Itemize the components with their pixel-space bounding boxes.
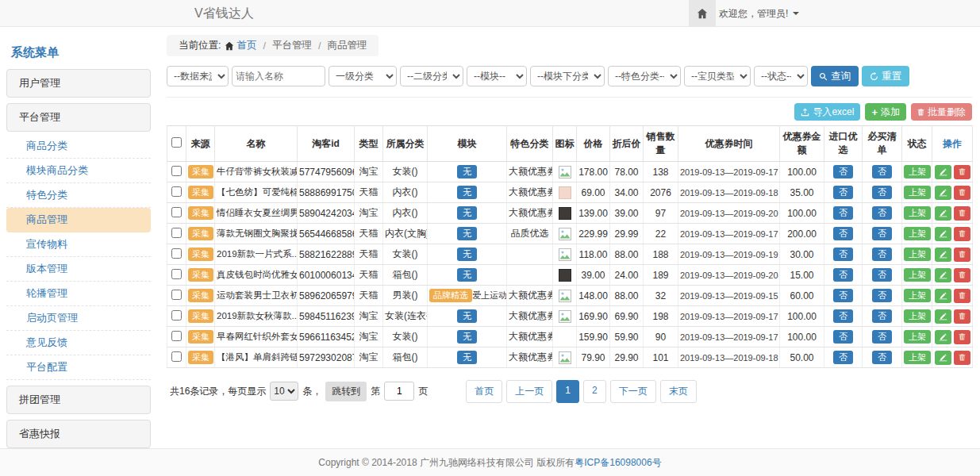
edit-button[interactable] (935, 309, 951, 324)
must-buy-toggle[interactable]: 否 (872, 165, 892, 178)
sidebar-item-启动页管理[interactable]: 启动页管理 (6, 306, 151, 331)
delete-button[interactable] (954, 309, 970, 324)
edit-button[interactable] (935, 206, 951, 221)
delete-button[interactable] (954, 248, 970, 262)
row-checkbox[interactable] (171, 351, 182, 362)
module-badge[interactable]: 无 (457, 165, 477, 178)
sidebar-item-特色分类[interactable]: 特色分类 (6, 183, 151, 208)
page-button-首页[interactable]: 首页 (466, 380, 502, 403)
status-badge[interactable]: 上架 (904, 330, 931, 344)
delete-button[interactable] (954, 186, 970, 200)
category-level1-filter-select[interactable]: 一级分类 (329, 66, 397, 86)
module-badge[interactable]: 无 (457, 330, 477, 344)
module-badge[interactable]: 无 (457, 186, 477, 199)
module-badge[interactable]: 无 (457, 309, 477, 323)
delete-button[interactable] (954, 289, 970, 303)
sidebar-item-宣传物料[interactable]: 宣传物料 (6, 232, 151, 257)
import-pick-toggle[interactable]: 否 (833, 330, 853, 344)
must-buy-toggle[interactable]: 否 (872, 227, 892, 240)
breadcrumb-home-link[interactable]: 首页 (225, 39, 256, 52)
status-badge[interactable]: 上架 (904, 268, 931, 282)
delete-button[interactable] (954, 206, 970, 221)
page-button-末页[interactable]: 末页 (660, 380, 697, 403)
search-button[interactable]: 查询 (811, 66, 859, 86)
edit-button[interactable] (935, 186, 951, 200)
delete-button[interactable] (954, 165, 970, 179)
page-button-下一页[interactable]: 下一页 (610, 380, 656, 403)
page-button-2[interactable]: 2 (583, 380, 606, 403)
sidebar-item-模块商品分类[interactable]: 模块商品分类 (6, 159, 151, 183)
sidebar-item-轮播管理[interactable]: 轮播管理 (6, 282, 151, 306)
edit-button[interactable] (935, 227, 951, 241)
row-checkbox[interactable] (171, 186, 182, 197)
row-checkbox[interactable] (171, 290, 182, 300)
reset-button[interactable]: 重置 (862, 66, 909, 86)
must-buy-toggle[interactable]: 否 (872, 186, 892, 199)
edit-button[interactable] (935, 268, 951, 282)
sidebar-item-版本管理[interactable]: 版本管理 (6, 257, 151, 282)
status-badge[interactable]: 上架 (904, 289, 931, 302)
module-badge[interactable]: 无 (457, 351, 477, 364)
sidebar-group-express[interactable]: 省惠快报 (6, 420, 151, 448)
module-badge[interactable]: 无 (457, 227, 477, 240)
status-badge[interactable]: 上架 (904, 351, 931, 364)
select-all-checkbox[interactable] (171, 137, 182, 148)
feature-category-filter-select[interactable]: --特色分类-- (608, 66, 681, 86)
edit-button[interactable] (935, 289, 951, 303)
import-pick-toggle[interactable]: 否 (833, 165, 853, 178)
status-badge[interactable]: 上架 (904, 186, 931, 199)
row-checkbox[interactable] (171, 248, 182, 259)
sidebar-item-商品管理[interactable]: 商品管理 (6, 208, 151, 232)
jump-button[interactable]: 跳转到 (325, 382, 367, 401)
import-pick-toggle[interactable]: 否 (833, 351, 853, 364)
delete-button[interactable] (954, 330, 970, 344)
batch-delete-button[interactable]: 批量删除 (911, 103, 972, 121)
import-pick-toggle[interactable]: 否 (833, 186, 853, 199)
sidebar-group-user[interactable]: 用户管理 (6, 69, 151, 98)
must-buy-toggle[interactable]: 否 (872, 309, 892, 323)
status-badge[interactable]: 上架 (904, 206, 931, 220)
import-excel-button[interactable]: 导入excel (794, 103, 860, 121)
delete-button[interactable] (954, 268, 970, 282)
status-filter-select[interactable]: --状态-- (754, 66, 808, 86)
edit-button[interactable] (935, 248, 951, 262)
import-pick-toggle[interactable]: 否 (833, 309, 853, 323)
import-pick-toggle[interactable]: 否 (833, 248, 853, 261)
sidebar-item-意见反馈[interactable]: 意见反馈 (6, 331, 151, 355)
must-buy-toggle[interactable]: 否 (872, 351, 892, 364)
user-menu[interactable]: 欢迎您，管理员! (719, 0, 799, 27)
module-badge[interactable]: 品牌精选 (429, 289, 472, 302)
module-badge[interactable]: 无 (457, 248, 477, 261)
edit-button[interactable] (935, 351, 951, 365)
status-badge[interactable]: 上架 (904, 227, 931, 240)
module-filter-select[interactable]: --模块-- (467, 66, 527, 86)
page-number-input[interactable] (384, 382, 414, 401)
sidebar-group-platform[interactable]: 平台管理 (6, 103, 151, 132)
import-pick-toggle[interactable]: 否 (833, 227, 853, 240)
module-badge[interactable]: 无 (457, 268, 477, 282)
sidebar-item-商品分类[interactable]: 商品分类 (6, 134, 151, 159)
import-pick-toggle[interactable]: 否 (833, 268, 853, 282)
row-checkbox[interactable] (171, 331, 182, 341)
name-filter-input[interactable] (232, 66, 325, 86)
must-buy-toggle[interactable]: 否 (872, 268, 892, 282)
row-checkbox[interactable] (171, 207, 182, 217)
status-badge[interactable]: 上架 (904, 309, 931, 323)
row-checkbox[interactable] (171, 166, 182, 176)
page-button-1[interactable]: 1 (556, 380, 579, 403)
status-badge[interactable]: 上架 (904, 165, 931, 178)
sidebar-item-平台配置[interactable]: 平台配置 (6, 355, 151, 380)
edit-button[interactable] (935, 330, 951, 344)
must-buy-toggle[interactable]: 否 (872, 330, 892, 344)
item-type-filter-select[interactable]: --宝贝类型-- (684, 66, 751, 86)
row-checkbox[interactable] (171, 310, 182, 321)
delete-button[interactable] (954, 351, 970, 365)
module-badge[interactable]: 无 (457, 206, 477, 220)
page-button-上一页[interactable]: 上一页 (506, 380, 552, 403)
delete-button[interactable] (954, 227, 970, 241)
must-buy-toggle[interactable]: 否 (872, 289, 892, 302)
module-sub-filter-select[interactable]: --模块下分类-- (530, 66, 605, 86)
must-buy-toggle[interactable]: 否 (872, 206, 892, 220)
import-pick-toggle[interactable]: 否 (833, 289, 853, 302)
import-pick-toggle[interactable]: 否 (833, 206, 853, 220)
